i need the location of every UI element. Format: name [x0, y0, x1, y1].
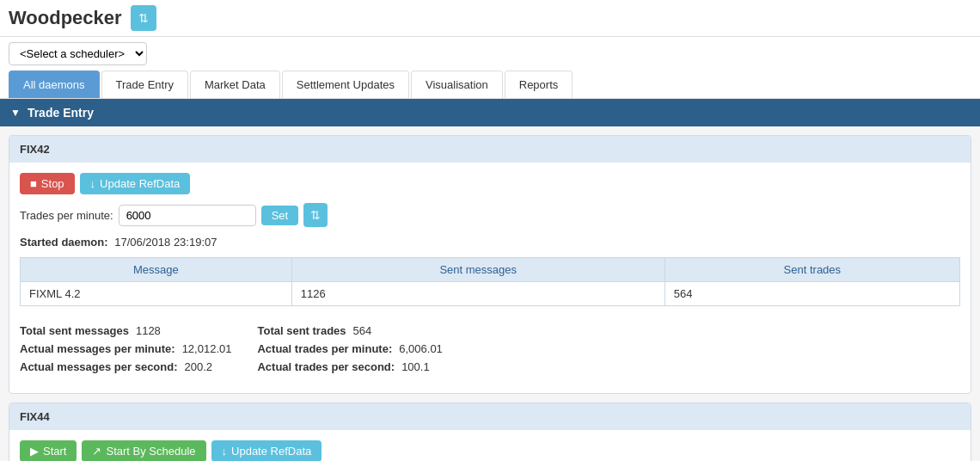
total-sent-messages-value: 1128 — [136, 324, 161, 337]
fix42-started-daemon: Started daemon: 17/06/2018 23:19:07 — [20, 236, 960, 249]
content-area: FIX42 ■ Stop ↓ Update RefData Trades per… — [0, 126, 980, 461]
start-label: Start — [43, 445, 66, 458]
summary-right: Total sent trades 564 Actual trades per … — [257, 322, 442, 376]
actual-mpm-label: Actual messages per minute: — [20, 342, 175, 355]
fix42-set-button[interactable]: Set — [261, 206, 299, 225]
actual-tpm-row: Actual trades per minute: 6,006.01 — [257, 340, 442, 358]
col-sent-trades: Sent trades — [665, 258, 959, 282]
tab-trade-entry[interactable]: Trade Entry — [101, 71, 188, 98]
fix42-body: ■ Stop ↓ Update RefData Trades per minut… — [9, 163, 971, 393]
fix44-card: FIX44 ▶ Start ↗ Start By Schedule ↓ Upda… — [9, 403, 971, 461]
fix42-summary: Total sent messages 1128 Actual messages… — [20, 315, 960, 383]
start-by-schedule-button[interactable]: ↗ Start By Schedule — [82, 440, 205, 461]
update-icon: ↓ — [90, 177, 96, 190]
total-sent-trades-row: Total sent trades 564 — [257, 322, 442, 340]
fix44-button-row: ▶ Start ↗ Start By Schedule ↓ Update Ref… — [20, 440, 960, 461]
tab-market-data[interactable]: Market Data — [190, 71, 280, 98]
actual-tpm-value: 6,006.01 — [399, 342, 443, 355]
section-arrow: ▼ — [10, 107, 21, 119]
update-refdata-label: Update RefData — [100, 177, 180, 190]
start-schedule-label: Start By Schedule — [106, 445, 195, 458]
update-refdata-button[interactable]: ↓ Update RefData — [80, 173, 191, 194]
fix42-tpm-icon-button[interactable]: ⇅ — [303, 203, 328, 227]
scheduler-row: <Select a scheduler> — [0, 37, 980, 71]
fix42-tpm-row: Trades per minute: Set ⇅ — [20, 203, 960, 227]
fix42-card: FIX42 ■ Stop ↓ Update RefData Trades per… — [9, 135, 971, 394]
started-daemon-label: Started daemon: — [20, 236, 108, 249]
start-schedule-icon: ↗ — [92, 445, 101, 458]
app-title: Woodpecker — [9, 7, 122, 29]
actual-tps-label: Actual trades per second: — [257, 360, 395, 373]
header: Woodpecker ⇅ — [0, 0, 980, 37]
stop-button[interactable]: ■ Stop — [20, 173, 75, 194]
fix44-header: FIX44 — [9, 403, 971, 430]
stop-label: Stop — [41, 177, 64, 190]
row-sent-messages: 1126 — [291, 282, 665, 306]
tab-all-daemons[interactable]: All daemons — [9, 71, 100, 98]
actual-tps-value: 100.1 — [401, 360, 430, 373]
tab-visualisation[interactable]: Visualisation — [411, 71, 503, 98]
tab-settlement-updates[interactable]: Settlement Updates — [282, 71, 409, 98]
table-row: FIXML 4.2 1126 564 — [21, 282, 960, 306]
fix42-stats-table: Message Sent messages Sent trades FIXML … — [20, 257, 960, 306]
col-sent-messages: Sent messages — [291, 258, 665, 282]
col-message: Message — [21, 258, 292, 282]
actual-tps-row: Actual trades per second: 100.1 — [257, 358, 442, 376]
actual-mps-value: 200.2 — [185, 360, 213, 373]
fix44-update-icon: ↓ — [222, 445, 228, 458]
stop-icon: ■ — [30, 177, 37, 190]
scheduler-select[interactable]: <Select a scheduler> — [9, 42, 147, 65]
start-icon: ▶ — [30, 445, 39, 458]
row-message: FIXML 4.2 — [21, 282, 292, 306]
fix42-tpm-label: Trades per minute: — [20, 209, 113, 222]
total-sent-messages-row: Total sent messages 1128 — [20, 322, 231, 340]
summary-left: Total sent messages 1128 Actual messages… — [20, 322, 231, 376]
total-sent-messages-label: Total sent messages — [20, 324, 129, 337]
header-icon-button[interactable]: ⇅ — [131, 5, 156, 31]
fix44-update-refdata-label: Update RefData — [231, 445, 311, 458]
actual-tpm-label: Actual trades per minute: — [257, 342, 392, 355]
row-sent-trades: 564 — [665, 282, 959, 306]
trade-entry-section-header[interactable]: ▼ Trade Entry — [0, 99, 980, 126]
actual-mpm-row: Actual messages per minute: 12,012.01 — [20, 340, 231, 358]
total-sent-trades-value: 564 — [353, 324, 372, 337]
fix42-tpm-input[interactable] — [119, 205, 256, 226]
start-button[interactable]: ▶ Start — [20, 440, 77, 461]
fix44-update-refdata-button[interactable]: ↓ Update RefData — [211, 440, 322, 461]
tab-bar: All daemons Trade Entry Market Data Sett… — [0, 71, 980, 99]
actual-mpm-value: 12,012.01 — [182, 342, 232, 355]
fix44-body: ▶ Start ↗ Start By Schedule ↓ Update Ref… — [9, 430, 971, 461]
actual-mps-label: Actual messages per second: — [20, 360, 178, 373]
started-daemon-value: 17/06/2018 23:19:07 — [114, 236, 217, 249]
section-title: Trade Entry — [28, 106, 94, 120]
actual-mps-row: Actual messages per second: 200.2 — [20, 358, 231, 376]
tab-reports[interactable]: Reports — [505, 71, 573, 98]
fix42-header: FIX42 — [9, 136, 971, 163]
total-sent-trades-label: Total sent trades — [257, 324, 346, 337]
fix42-button-row: ■ Stop ↓ Update RefData — [20, 173, 960, 194]
